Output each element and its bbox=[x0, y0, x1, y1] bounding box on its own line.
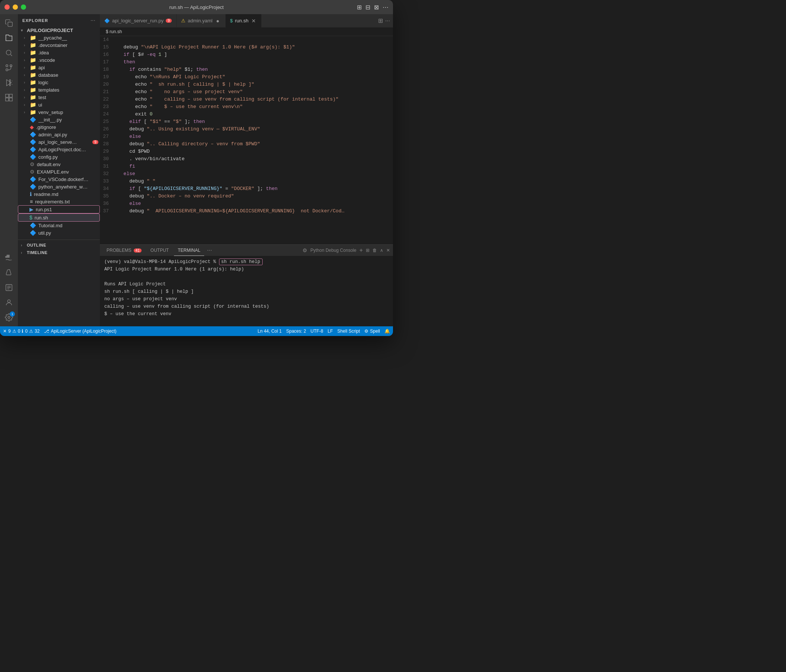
code-line-16: 16 if [ $# -eq 1 ] bbox=[100, 51, 393, 58]
minimize-button[interactable] bbox=[13, 5, 18, 10]
chevron-right-icon: › bbox=[21, 243, 25, 247]
svg-point-1 bbox=[6, 50, 11, 55]
status-errors[interactable]: ✕ 9 ⚠ 0 ℹ 0 ⚠ 32 bbox=[3, 328, 39, 334]
settings-icon[interactable]: 1 bbox=[3, 311, 15, 323]
sidebar-item-readme[interactable]: › ℹ readme.md bbox=[18, 190, 100, 198]
panel-more-icon[interactable]: ··· bbox=[207, 247, 212, 254]
status-spaces[interactable]: Spaces: 2 bbox=[286, 328, 306, 334]
sidebar-item-test[interactable]: › 📁 test bbox=[18, 94, 100, 101]
run-debug-icon[interactable] bbox=[3, 77, 15, 89]
sidebar-item-apilogicproject-doc[interactable]: › 🔷 ApiLogicProject.doc… bbox=[18, 146, 100, 153]
sidebar-item-run-sh[interactable]: › $ run.sh bbox=[18, 214, 100, 221]
timeline-header[interactable]: › TIMELINE bbox=[18, 249, 100, 256]
status-line-ending[interactable]: LF bbox=[328, 328, 333, 334]
sidebar-more-icon[interactable]: ··· bbox=[91, 17, 95, 24]
error-badge: 9 bbox=[93, 140, 98, 144]
sidebar-item-label: Tutorial.md bbox=[38, 223, 63, 228]
panel-tab-output[interactable]: OUTPUT bbox=[147, 245, 173, 256]
search-icon[interactable] bbox=[3, 47, 15, 59]
split-editor-icon[interactable]: ⊞ bbox=[357, 4, 362, 11]
add-terminal-icon[interactable]: + bbox=[360, 247, 363, 254]
sidebar-item-requirements[interactable]: › ≡ requirements.txt bbox=[18, 198, 100, 205]
sidebar-item-devcontainer[interactable]: › 📁 .devcontainer bbox=[18, 41, 100, 49]
tab-close-icon[interactable]: ● bbox=[215, 18, 221, 24]
tab-warning-icon: ⚠ bbox=[181, 18, 185, 24]
code-editor[interactable]: 14 15 debug "\nAPI Logic Project Runner … bbox=[100, 36, 393, 244]
panels-icon[interactable]: ⊠ bbox=[374, 4, 379, 11]
chevron-right-icon: › bbox=[24, 110, 28, 115]
layout-icon[interactable]: ⊟ bbox=[365, 4, 370, 11]
sidebar-item-logic[interactable]: › 📁 logic bbox=[18, 79, 100, 86]
sidebar-item-python-anywhere[interactable]: › 🔷 python_anywhere_w… bbox=[18, 183, 100, 190]
sidebar-item-api-logic-serve[interactable]: › 🔷 api_logic_serve… 9 bbox=[18, 138, 100, 146]
docker-icon[interactable] bbox=[3, 252, 15, 264]
delete-terminal-icon[interactable]: 🗑 bbox=[373, 248, 377, 253]
sidebar-item-database[interactable]: › 📁 database bbox=[18, 71, 100, 79]
sidebar-item-label: .vscode bbox=[38, 57, 55, 63]
sidebar-item-venv-setup[interactable]: › 📁 venv_setup bbox=[18, 108, 100, 116]
split-editor-icon[interactable]: ⊞ bbox=[378, 17, 383, 24]
terminal-content[interactable]: (venv) val@Vals-MPB-14 ApiLogicProject %… bbox=[100, 256, 393, 326]
maximize-panel-icon[interactable]: ∧ bbox=[380, 248, 383, 253]
explorer-icon[interactable] bbox=[3, 32, 15, 44]
close-panel-icon[interactable]: ✕ bbox=[386, 248, 390, 253]
folder-icon: 📁 bbox=[30, 72, 36, 78]
window-controls: ⊞ ⊟ ⊠ ⋯ bbox=[357, 4, 388, 11]
sidebar-item-idea[interactable]: › 📁 .idea bbox=[18, 49, 100, 56]
sidebar-item-api[interactable]: › 📁 api bbox=[18, 64, 100, 71]
more-icon[interactable]: ⋯ bbox=[383, 4, 388, 11]
tab-run-sh[interactable]: $ run.sh ✕ bbox=[226, 14, 261, 28]
folder-icon: 📁 bbox=[30, 42, 36, 48]
sidebar-item-for-vscode[interactable]: › 🔷 For_VSCode.dockerf… bbox=[18, 176, 100, 183]
panel-tab-problems[interactable]: PROBLEMS 41 bbox=[103, 245, 145, 256]
source-control-icon[interactable] bbox=[3, 62, 15, 74]
account-icon[interactable] bbox=[3, 297, 15, 308]
sidebar-item-pycache[interactable]: › 📁 __pycache__ bbox=[18, 34, 100, 41]
fullscreen-button[interactable] bbox=[21, 5, 26, 10]
project-name: APILOGICPROJECT bbox=[27, 28, 73, 33]
folder-icon: 📁 bbox=[30, 35, 36, 41]
sidebar-item-init-py[interactable]: › 🔷 __init__.py bbox=[18, 116, 100, 123]
project-root[interactable]: ▾ APILOGICPROJECT bbox=[18, 27, 100, 34]
sidebar-item-default-env[interactable]: › ⚙ default.env bbox=[18, 160, 100, 168]
split-terminal-icon[interactable]: ⊞ bbox=[366, 248, 369, 253]
status-branch[interactable]: ⎇ ApiLogicServer (ApiLogicProject) bbox=[44, 328, 116, 334]
python-debug-console-label[interactable]: Python Debug Console bbox=[310, 248, 356, 253]
status-right: Ln 44, Col 1 Spaces: 2 UTF-8 LF Shell Sc… bbox=[258, 328, 390, 334]
terminal-line-6: calling – use venv from calling script (… bbox=[104, 303, 388, 310]
copy-icon[interactable] bbox=[3, 17, 15, 29]
tab-close-icon[interactable]: ✕ bbox=[251, 18, 257, 24]
status-language[interactable]: Shell Script bbox=[338, 328, 360, 334]
sidebar-item-templates[interactable]: › 📁 templates bbox=[18, 86, 100, 94]
note-icon[interactable] bbox=[3, 282, 15, 294]
sidebar-item-gitignore[interactable]: › ◆ .gitignore bbox=[18, 123, 100, 131]
panel-tab-terminal[interactable]: TERMINAL bbox=[174, 245, 204, 256]
spell-icon: ⚙ bbox=[364, 328, 368, 334]
status-spell[interactable]: ⚙ Spell bbox=[364, 328, 380, 334]
spell-label: Spell bbox=[370, 328, 380, 334]
tab-admin-yaml[interactable]: ⚠ admin.yaml ● bbox=[176, 14, 225, 27]
sidebar-item-admin-api-py[interactable]: › 🔷 admin_api.py bbox=[18, 131, 100, 138]
sidebar-item-tutorial[interactable]: › 🔷 Tutorial.md bbox=[18, 221, 100, 229]
chevron-right-icon: › bbox=[24, 103, 28, 107]
sidebar-item-run-ps1[interactable]: › ▶ run.ps1 bbox=[18, 205, 100, 214]
sidebar-item-config-py[interactable]: › 🔷 config.py bbox=[18, 153, 100, 160]
status-cursor-pos[interactable]: Ln 44, Col 1 bbox=[258, 328, 282, 334]
status-notifications[interactable]: 🔔 bbox=[384, 328, 390, 334]
flask-icon[interactable] bbox=[3, 267, 15, 279]
extensions-icon[interactable] bbox=[3, 92, 15, 104]
status-encoding[interactable]: UTF-8 bbox=[311, 328, 323, 334]
sidebar-item-ui[interactable]: › 📁 ui bbox=[18, 101, 100, 108]
terminal-line-5: no args – use project venv bbox=[104, 295, 388, 303]
svg-rect-10 bbox=[9, 98, 12, 101]
outline-header[interactable]: › OUTLINE bbox=[18, 242, 100, 249]
sidebar-item-example-env[interactable]: › ⚙ EXAMPLE.env bbox=[18, 168, 100, 176]
tab-label: run.sh bbox=[235, 18, 248, 24]
close-button[interactable] bbox=[5, 5, 10, 10]
tab-api-logic-server-run[interactable]: 🔷 api_logic_server_run.py 9 bbox=[100, 14, 176, 27]
sidebar-item-util-py[interactable]: › 🔷 util.py bbox=[18, 229, 100, 237]
sidebar-item-vscode[interactable]: › 📁 .vscode bbox=[18, 56, 100, 64]
more-tabs-icon[interactable]: ··· bbox=[385, 17, 390, 24]
terminal-line-7: $ – use the current venv bbox=[104, 310, 388, 318]
bell-icon: 🔔 bbox=[384, 328, 390, 334]
